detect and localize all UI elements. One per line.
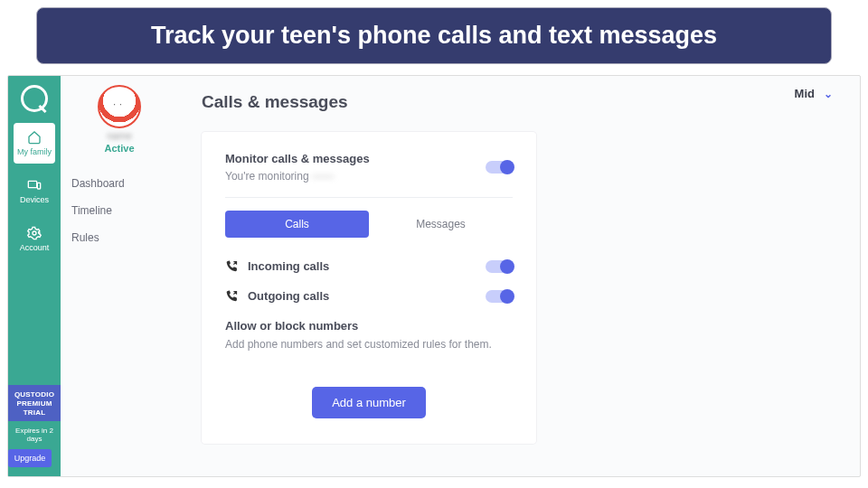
divider xyxy=(225,197,513,198)
phone-incoming-icon xyxy=(225,259,239,273)
outgoing-calls-label: Outgoing calls xyxy=(248,289,329,303)
app-logo-icon xyxy=(21,85,48,112)
sidebar-item-my-family[interactable]: My family xyxy=(14,123,55,164)
calls-messages-card: Monitor calls & messages You're monitori… xyxy=(202,132,536,444)
trial-banner: QUSTODIO PREMIUM TRIAL xyxy=(8,385,61,421)
nav-rules[interactable]: Rules xyxy=(68,224,171,251)
main-content: Mid ⌄ Calls & messages Monitor calls & m… xyxy=(178,76,860,476)
add-number-button[interactable]: Add a number xyxy=(312,387,426,418)
sidebar: My family Devices Account QUSTODIO PREMI… xyxy=(8,76,61,476)
sidebar-item-label: My family xyxy=(17,147,52,156)
sidebar-item-devices[interactable]: Devices xyxy=(14,171,55,211)
profile-status: Active xyxy=(68,143,171,154)
page-title: Calls & messages xyxy=(202,92,836,112)
svg-point-2 xyxy=(33,231,36,235)
incoming-calls-row: Incoming calls xyxy=(225,259,513,273)
monitor-target-redacted: —— xyxy=(312,170,334,183)
sidebar-item-account[interactable]: Account xyxy=(14,219,55,259)
outgoing-toggle[interactable] xyxy=(486,290,513,303)
avatar[interactable] xyxy=(98,85,141,128)
tabs: Calls Messages xyxy=(225,211,513,238)
profile-name-redacted: name xyxy=(68,130,171,141)
block-numbers-title: Allow or block numbers xyxy=(225,319,513,333)
monitor-subtext-prefix: You're monitoring xyxy=(225,170,312,183)
chevron-down-icon: ⌄ xyxy=(824,88,833,100)
gear-icon xyxy=(27,226,42,240)
child-selector[interactable]: Mid ⌄ xyxy=(795,87,833,100)
incoming-calls-label: Incoming calls xyxy=(248,259,329,273)
monitor-toggle[interactable] xyxy=(486,161,513,174)
monitor-subtext: You're monitoring —— xyxy=(225,170,370,183)
promo-banner: Track your teen's phone calls and text m… xyxy=(36,7,832,64)
sidebar-item-label: Devices xyxy=(20,195,49,204)
outgoing-calls-row: Outgoing calls xyxy=(225,289,513,303)
sidebar-item-label: Account xyxy=(20,243,50,252)
tab-messages[interactable]: Messages xyxy=(369,211,513,238)
monitor-title: Monitor calls & messages xyxy=(225,152,370,165)
app-frame: My family Devices Account QUSTODIO PREMI… xyxy=(7,75,861,477)
trial-expires: Expires in 2 days xyxy=(8,421,61,448)
home-icon xyxy=(27,130,42,145)
block-numbers-subtext: Add phone numbers and set customized rul… xyxy=(225,338,513,351)
svg-rect-0 xyxy=(28,181,36,187)
svg-rect-1 xyxy=(37,183,40,189)
tab-calls[interactable]: Calls xyxy=(225,211,369,238)
upgrade-button[interactable]: Upgrade xyxy=(8,449,52,467)
nav-timeline[interactable]: Timeline xyxy=(68,197,171,224)
profile-column: name Active Dashboard Timeline Rules xyxy=(61,76,178,476)
nav-dashboard[interactable]: Dashboard xyxy=(68,170,171,197)
phone-outgoing-icon xyxy=(225,289,239,303)
incoming-toggle[interactable] xyxy=(486,260,513,273)
trial-title: QUSTODIO PREMIUM TRIAL xyxy=(10,390,59,418)
devices-icon xyxy=(27,178,42,192)
child-selector-label: Mid xyxy=(795,87,815,100)
